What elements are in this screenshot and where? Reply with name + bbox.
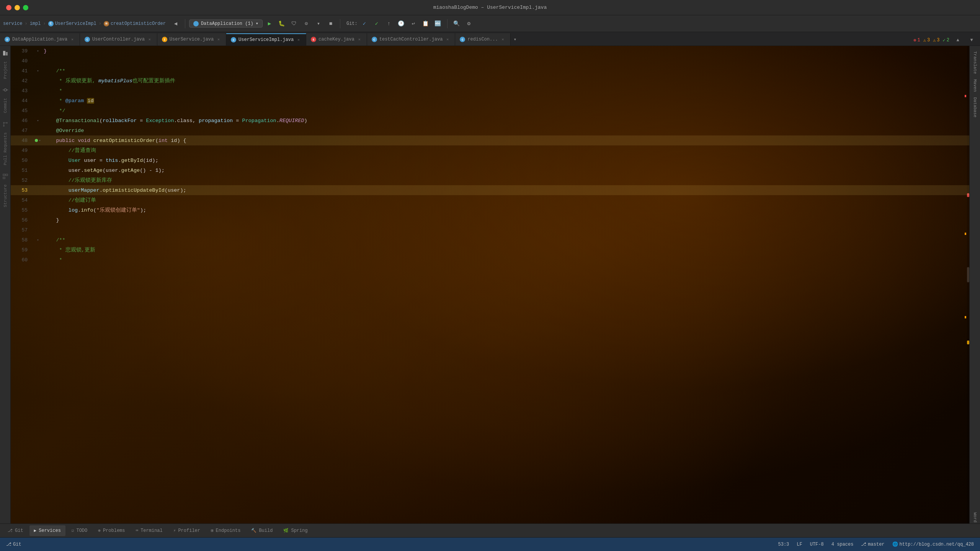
svg-point-7 <box>6 122 8 124</box>
fold-icon-41[interactable]: ▾ <box>37 69 39 73</box>
sidebar-label-project[interactable]: Project <box>2 59 8 81</box>
maximize-button[interactable] <box>23 5 28 10</box>
tab-close-user-svc[interactable]: ✕ <box>216 37 221 42</box>
fold-icon-39[interactable]: ▾ <box>37 49 39 53</box>
git-history-button[interactable]: 🕐 <box>396 18 407 29</box>
tab-close-redis[interactable]: ✕ <box>500 37 506 42</box>
status-indent[interactable]: 4 spaces <box>830 541 855 548</box>
status-git-branch[interactable]: ⎇ Git <box>5 541 23 548</box>
line-code-48: public void creatOptimisticOrder(int id)… <box>42 138 186 143</box>
status-url[interactable]: 🌐 http://blog.csdn.net/qq_428 <box>891 541 975 548</box>
sidebar-label-database[interactable]: Database <box>972 95 978 120</box>
sidebar-label-structure[interactable]: Structure <box>2 182 8 209</box>
line-num-48: 48 <box>11 138 34 143</box>
tab-overflow-button[interactable]: ▾ <box>511 33 520 46</box>
tab-close-test-cache[interactable]: ✕ <box>445 37 450 42</box>
fold-icon-46[interactable]: ▾ <box>37 119 39 123</box>
warn-indicator-1[interactable]: ⚠ 3 <box>923 37 930 43</box>
git-patch-button[interactable]: 📋 <box>420 18 431 29</box>
git-label: Git: <box>346 21 358 26</box>
sidebar-icon-project[interactable] <box>1 49 10 57</box>
tab-label-user-svc: UserService.java <box>170 37 214 42</box>
git-update-button[interactable]: ✓ <box>359 18 370 29</box>
error-indicator[interactable]: ⊗ 1 <box>913 37 920 43</box>
back-button[interactable]: ◀ <box>170 18 181 29</box>
line-code-60: * <box>42 257 62 263</box>
sidebar-label-pull-requests[interactable]: Pull Requests <box>2 130 8 168</box>
line-code-42: * 乐观锁更新, mybatisPlus也可配置更新插件 <box>42 77 175 84</box>
tab-icon-cache-key: E <box>311 37 316 42</box>
code-line-45: 45 */ <box>11 106 969 116</box>
translate-button[interactable]: 🔤 <box>433 18 443 29</box>
line-code-39: } <box>42 48 47 54</box>
run-button[interactable]: ▶ <box>264 18 275 29</box>
fold-icon-58[interactable]: ▾ <box>37 238 39 242</box>
line-code-52: //乐观锁更新库存 <box>42 177 112 184</box>
sidebar-label-translate[interactable]: Translate <box>972 49 978 76</box>
line-num-41: 41 <box>11 68 34 74</box>
code-line-52: 52 //乐观锁更新库存 <box>11 175 969 185</box>
status-position[interactable]: 53:3 <box>777 541 791 548</box>
sidebar-label-maven[interactable]: Maven <box>972 77 978 94</box>
navigate-up-button[interactable]: ▲ <box>952 35 963 46</box>
tab-close-user-svc-impl[interactable]: ✕ <box>296 37 301 42</box>
editor-area[interactable]: 39 ▾ } 40 41 ▾ /** 42 <box>11 46 969 537</box>
warn-icon-2: ⚠ <box>933 37 936 43</box>
svg-rect-10 <box>3 177 5 179</box>
code-line-49: 49 //普通查询 <box>11 145 969 155</box>
tab-test-cache[interactable]: C testCachController.java ✕ <box>367 33 456 46</box>
navigate-down-button[interactable]: ▼ <box>966 35 977 46</box>
indent-label: 4 spaces <box>831 542 854 547</box>
more-run-button[interactable]: ▾ <box>313 18 324 29</box>
tab-cache-key[interactable]: E cacheKey.java ✕ <box>306 33 367 46</box>
code-line-57: 57 <box>11 225 969 235</box>
fold-icon-48[interactable]: ▾ <box>39 139 41 143</box>
settings-button[interactable]: ⚙ <box>464 18 474 29</box>
profile-button[interactable]: ⊙ <box>301 18 312 29</box>
tab-data-application[interactable]: D DataApplication.java ✕ <box>0 33 80 46</box>
sidebar-icon-pull-requests[interactable] <box>1 120 10 129</box>
close-button[interactable] <box>6 5 11 10</box>
breadcrumb-service[interactable]: service <box>3 21 22 26</box>
status-line-ending[interactable]: LF <box>795 541 804 548</box>
tab-user-controller[interactable]: C UserController.java ✕ <box>80 33 157 46</box>
line-code-51: user.setAge(user.getAge() - 1); <box>42 168 165 173</box>
git-rollback-button[interactable]: ↩ <box>408 18 419 29</box>
tab-user-service[interactable]: I UserService.java ✕ <box>157 33 226 46</box>
dropdown-arrow-icon: ▾ <box>256 21 258 26</box>
warn-indicator-2[interactable]: ⚠ 3 <box>933 37 939 43</box>
debug-breakpoint-icon[interactable] <box>35 139 38 142</box>
sidebar-icon-commit[interactable] <box>1 86 10 94</box>
toolbar-separator-3 <box>447 19 448 28</box>
tab-close-cache-key[interactable]: ✕ <box>357 37 362 42</box>
status-encoding[interactable]: UTF-8 <box>808 541 825 548</box>
stop-button[interactable]: ■ <box>325 18 336 29</box>
run-config-selector[interactable]: DataApplication (1) ▾ <box>189 20 263 28</box>
breadcrumb-method[interactable]: m creatOptimisticOrder <box>104 21 166 26</box>
debug-button[interactable]: 🐛 <box>276 18 287 29</box>
sidebar-icon-structure[interactable] <box>1 172 10 181</box>
git-commit-button[interactable]: ✓ <box>371 18 382 29</box>
line-num-52: 52 <box>11 178 34 183</box>
line-gutter-39: ▾ <box>34 49 42 53</box>
tab-user-service-impl[interactable]: C UserServiceImpl.java ✕ <box>226 33 306 46</box>
tab-close-user-ctrl[interactable]: ✕ <box>147 37 152 42</box>
tab-close-data-app[interactable]: ✕ <box>70 37 75 42</box>
coverage-button[interactable]: 🛡 <box>289 18 299 29</box>
line-code-53: userMapper.optimisticUpdateById(user); <box>42 187 186 193</box>
tab-icon-test-cache: C <box>372 37 377 42</box>
search-button[interactable]: 🔍 <box>451 18 462 29</box>
git-push-button[interactable]: ↑ <box>384 18 394 29</box>
breadcrumb-class[interactable]: C UserServiceImpl <box>48 21 96 26</box>
sidebar-label-commit[interactable]: Commit <box>2 96 8 116</box>
breadcrumb-impl[interactable]: impl <box>30 21 41 26</box>
status-branch[interactable]: ⎇ master <box>859 541 886 548</box>
branch-name: master <box>868 542 884 547</box>
ok-indicator[interactable]: ✓ 2 <box>943 37 949 43</box>
line-num-54: 54 <box>11 197 34 203</box>
minimize-button[interactable] <box>15 5 20 10</box>
window-controls[interactable] <box>6 5 28 10</box>
toolbar-separator-2 <box>340 19 340 28</box>
tab-redis[interactable]: C redisCon... ✕ <box>455 33 510 46</box>
run-config-label: DataApplication (1) <box>201 21 253 26</box>
